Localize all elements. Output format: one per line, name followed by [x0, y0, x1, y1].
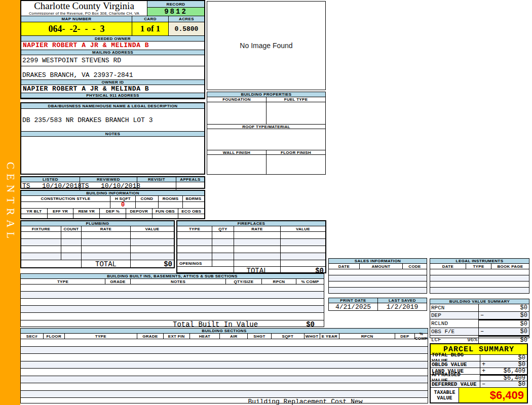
county-title-cell: Charlotte County Virginia Commissioner o… — [21, 1, 147, 16]
record-value: 9812 — [147, 8, 204, 16]
fuel-type-label: FUEL TYPE — [266, 97, 325, 102]
bvs-op: – — [480, 328, 486, 335]
rem-yr-label: REM YR — [73, 209, 99, 214]
owner-id-label: OWNER ID — [21, 79, 204, 85]
depovr-label: DEPOVR — [126, 209, 152, 214]
county-name: Charlotte County Virginia — [34, 1, 134, 11]
eco-obs-label: ECO OBS — [178, 209, 204, 214]
card-label: CARD — [132, 16, 168, 22]
roof-type-label: ROOF TYPE/MATERIAL — [207, 124, 325, 129]
legal-row — [430, 269, 529, 275]
parcel-value: $0 — [488, 381, 525, 388]
plumbing-col-value: VALUE — [130, 226, 174, 231]
construction-style-value — [21, 202, 110, 208]
built-ins-row — [21, 312, 324, 320]
built-ins-total-label: Total Built In Value — [173, 320, 258, 329]
built-ins-col-qty-size: QTY/SIZE — [225, 279, 261, 284]
sections-col-extfin: EXT FIN — [163, 334, 189, 339]
bvs-value: $0 — [486, 320, 527, 328]
legal-row — [430, 281, 529, 287]
property-photo-placeholder: No Image Found — [207, 1, 326, 90]
mailing-address-line1: 2299 WESTPOINT STEVENS RD — [21, 55, 204, 66]
built-ins-col-comp: % COMP — [296, 279, 324, 284]
fireplaces-col-type: TYPE — [177, 226, 212, 231]
bvs-row-rclnd: RCLND $0 — [430, 319, 529, 328]
parcel-row-deferred: DEFERRED VALUE –$0 — [431, 381, 527, 388]
eco-obs-value — [178, 214, 204, 218]
taxable-label-line1: TAXABLE — [434, 390, 455, 395]
record-label: RECORD — [147, 1, 204, 8]
parcel-row-taxable: TAXABLE VALUE $6,409 — [431, 388, 527, 402]
h-sqft-label: H SQFT — [110, 196, 135, 201]
acres-label: ACRES — [168, 16, 204, 22]
sales-row — [329, 275, 427, 281]
dep-pct-value — [99, 214, 126, 218]
sales-row — [329, 287, 427, 293]
review-panel: LISTED REVIEWED REVISIT APPEALS TS 10/10… — [20, 176, 205, 189]
building-value-summary-title: BUILDING VALUE SUMMARY — [430, 299, 529, 304]
building-sections-title: BUILDING SECTIONS — [21, 329, 428, 334]
fireplaces-col-qty: QTY — [212, 226, 234, 231]
legal-col-date: DATE — [430, 264, 466, 269]
bvs-value: $0 — [486, 328, 527, 335]
eff-yr-label: EFF YR — [47, 209, 73, 214]
roof-type-value — [207, 129, 325, 150]
map-number-label: MAP NUMBER — [21, 16, 132, 22]
wall-finish-value — [207, 155, 266, 174]
listed-value: TS 10/10/2018 — [21, 182, 80, 190]
sections-col-comp: % COMP — [414, 334, 428, 339]
physical-911-address-label: PHYSICAL 911 ADDRESS — [21, 93, 204, 98]
parcel-op: + — [482, 368, 488, 375]
legal-row — [430, 287, 529, 293]
built-ins-panel: BUILDING BUILT INS, BASEMENTS, ATTICS & … — [20, 273, 324, 327]
foundation-label: FOUNDATION — [207, 97, 266, 102]
bvs-op: – — [480, 312, 486, 319]
fireplaces-row — [177, 231, 325, 238]
built-ins-title: BUILDING BUILT INS, BASEMENTS, ATTICS & … — [21, 274, 324, 279]
reviewed-value: TS 10/10/2018 — [80, 182, 137, 190]
built-ins-total-value: $0 — [306, 320, 315, 329]
acres-value: 0.5800 — [168, 22, 204, 35]
eff-yr-value — [47, 214, 73, 218]
plumbing-col-count: COUNT — [61, 226, 81, 231]
listed-label: LISTED — [21, 177, 80, 182]
built-ins-row — [21, 298, 324, 305]
fun-obs-value — [152, 214, 178, 218]
plumbing-row — [21, 238, 174, 246]
building-sections-row — [21, 390, 428, 398]
yr-blt-value — [21, 214, 47, 218]
depovr-value — [126, 214, 152, 218]
parcel-value: $0 — [488, 361, 525, 368]
floor-finish-label: FLOOR FINISH — [266, 150, 325, 154]
taxable-label-line2: VALUE — [437, 395, 452, 401]
card-value: 1 of 1 — [132, 22, 168, 35]
building-value-summary-panel: BUILDING VALUE SUMMARY RPCN $0 DEP –$0 R… — [430, 299, 529, 338]
appeals-value — [176, 182, 204, 190]
taxable-value: $6,409 — [459, 388, 527, 402]
dba-label: DBA/BUISNESS NAME/HOUSE NAME & LEGAL DES… — [21, 103, 204, 109]
building-sections-row — [21, 353, 428, 361]
plumbing-row — [21, 253, 174, 260]
fireplaces-row — [177, 246, 325, 253]
fuel-type-value — [266, 102, 325, 124]
reviewed-label: REVIEWED — [80, 177, 137, 182]
bdrms-label: BDRMS — [182, 196, 204, 201]
bvs-value: $0 — [486, 304, 527, 311]
built-ins-col-rpcn: RPCN — [261, 279, 296, 284]
legal-row — [430, 275, 529, 281]
rem-yr-value — [73, 214, 99, 218]
notes-value — [21, 137, 204, 174]
last-saved-label: LAST SAVED — [377, 298, 427, 303]
cond-label: COND — [135, 196, 158, 201]
record-cell: RECORD 9812 — [147, 1, 204, 16]
building-information-title: BUILDING INFORMATION — [21, 191, 204, 196]
building-properties-panel: BUILDING PROPERTIES FOUNDATION FUEL TYPE… — [207, 92, 326, 175]
sales-information-title: SALES INFORMATION — [329, 259, 427, 264]
sections-col-heat: HEAT — [189, 334, 220, 339]
sections-col-sec: SEC# — [21, 334, 43, 339]
cond-value — [135, 202, 158, 208]
building-information-panel: BUILDING INFORMATION CONSTRUCTION STYLE … — [20, 190, 205, 219]
sections-col-floor: FLOOR — [43, 334, 64, 339]
dates-panel: PRINT DATE LAST SAVED 4/21/2025 1/2/2019 — [328, 298, 427, 311]
plumbing-col-rate: RATE — [81, 226, 130, 231]
